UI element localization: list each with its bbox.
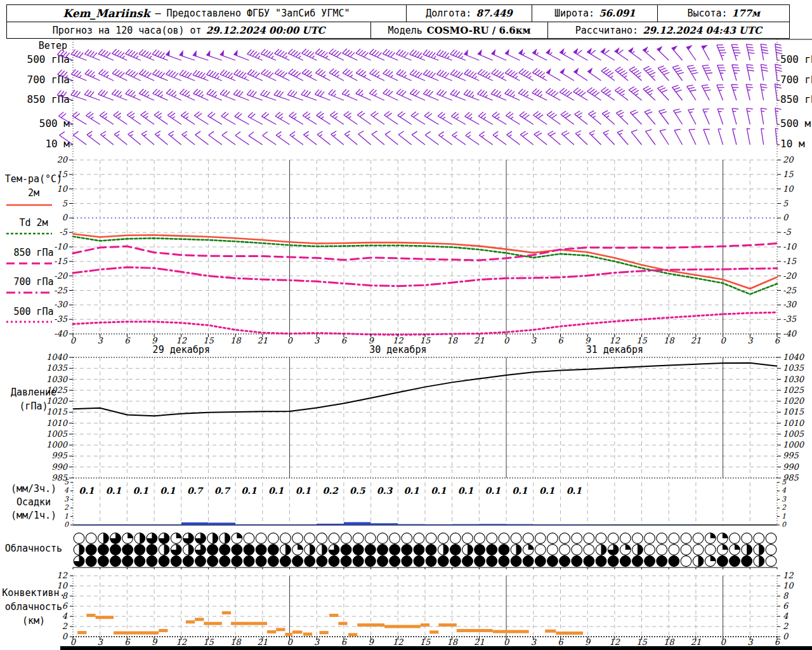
svg-text:9: 9 [152,637,158,647]
svg-text:-30: -30 [783,300,797,309]
legend-t500-label: 500 гПа [0,307,67,317]
latitude-value: 56.091 [599,8,635,19]
svg-text:9: 9 [585,637,591,647]
header-row-1: Kem_Mariinsk — Предоставлено ФГБУ "ЗапСи… [7,5,789,22]
convective-bar [267,630,276,633]
convective-bar [348,633,357,636]
svg-text:3: 3 [531,336,537,345]
precip-3h-unit-label: (мм/3ч.) [0,484,67,494]
svg-text:15: 15 [420,637,431,647]
svg-text:10: 10 [783,184,794,194]
svg-text:10: 10 [783,581,794,590]
svg-text:0: 0 [783,632,789,641]
wind-panel: 500 гПа500 гПа700 гПа700 гПа850 гПа850 г… [27,39,812,157]
precip-bar [181,522,209,525]
svg-text:12: 12 [176,637,187,647]
convective-bar [457,629,493,632]
temp-panel-label: Тем-ра(°C) [0,174,67,184]
svg-text:1015: 1015 [783,407,804,416]
model-label: Модель [388,25,422,36]
svg-text:3: 3 [747,336,754,345]
convective-bar [276,628,285,631]
svg-text:18: 18 [447,336,458,345]
svg-text:0.1: 0.1 [296,486,311,496]
svg-text:0: 0 [504,637,510,647]
longitude-value: 87.449 [476,8,512,19]
svg-text:18: 18 [664,637,675,647]
convective-bar [320,631,329,634]
svg-text:0.1: 0.1 [160,486,176,496]
precip-bar [235,524,263,525]
svg-text:21: 21 [474,637,485,647]
svg-text:21: 21 [258,336,268,345]
svg-text:1000: 1000 [46,440,69,449]
svg-text:990: 990 [783,462,800,472]
wind-barbs-row-3 [58,108,781,124]
svg-text:9: 9 [368,637,374,647]
precip-bar [290,524,317,525]
svg-text:1000: 1000 [783,440,805,449]
svg-text:15: 15 [203,637,214,647]
svg-text:2: 2 [783,621,789,631]
svg-text:18: 18 [447,637,458,647]
convective-panel-label-3: (км) [0,616,67,626]
svg-text:5: 5 [62,199,68,208]
precip-bar [479,524,506,525]
svg-text:1035: 1035 [46,363,68,373]
svg-text:5: 5 [782,478,787,486]
svg-text:20: 20 [56,155,68,164]
svg-text:6: 6 [775,637,781,647]
precip-bar [317,524,344,525]
precip-1h-unit-label: (мм/1ч.) [0,510,67,521]
svg-text:3: 3 [98,637,104,647]
meteogram-page: { "header": { "station": "Kem_Mariinsk",… [0,0,812,650]
svg-text:1: 1 [782,512,786,521]
svg-text:21: 21 [691,637,702,647]
svg-text:0.1: 0.1 [512,486,528,496]
svg-text:1005: 1005 [783,429,804,439]
svg-text:0.7: 0.7 [214,486,232,496]
svg-text:0.1: 0.1 [403,486,419,496]
svg-text:10 м: 10 м [780,138,805,150]
svg-text:0.1: 0.1 [79,486,95,496]
precip-bar [587,524,615,525]
svg-text:18: 18 [664,336,675,345]
precip-bar [425,524,452,525]
convective-bar [285,633,292,636]
svg-text:10 м: 10 м [45,138,70,150]
svg-text:1020: 1020 [783,396,805,406]
svg-text:0.3: 0.3 [377,486,393,496]
svg-text:12: 12 [56,571,67,580]
svg-text:-25: -25 [783,286,797,295]
temp-series-3 [73,267,777,286]
precip-bar [506,524,534,525]
svg-text:-5: -5 [783,227,791,237]
svg-text:3: 3 [314,637,320,647]
convective-bar [195,618,204,621]
precip-bar [344,522,371,525]
convective-bar [329,614,338,617]
convective-bar [186,620,195,623]
convective-panel: 0022446688101012120369121518210369121518… [56,571,794,647]
provider-text: — Предоставлено ФГБУ "ЗапСиб УГМС" [155,8,350,19]
svg-text:0.1: 0.1 [539,486,555,496]
svg-text:12: 12 [393,637,403,647]
svg-text:12: 12 [783,571,794,580]
svg-text:15: 15 [636,637,647,647]
pressure-panel-label: Давление [0,387,67,397]
convective-bar [357,623,384,627]
precip-bar [263,524,290,525]
station-name: Kem_Mariinsk [63,7,150,20]
svg-text:1005: 1005 [46,429,68,439]
svg-text:0.1: 0.1 [458,486,474,496]
calc-cell: Рассчитано: 29.12.2024 04:43 UTC [547,22,789,39]
svg-text:0: 0 [783,213,789,222]
precip-bar [398,524,425,525]
legend-t2m-label: 2м [0,188,67,198]
precip-panel-label: Осадки [0,497,67,507]
svg-text:0.1: 0.1 [241,486,257,496]
svg-text:8: 8 [783,591,789,600]
wind-barbs-row-4 [60,128,778,145]
latitude-label: Широта: [554,8,594,19]
svg-text:29 декабря: 29 декабря [153,344,210,355]
